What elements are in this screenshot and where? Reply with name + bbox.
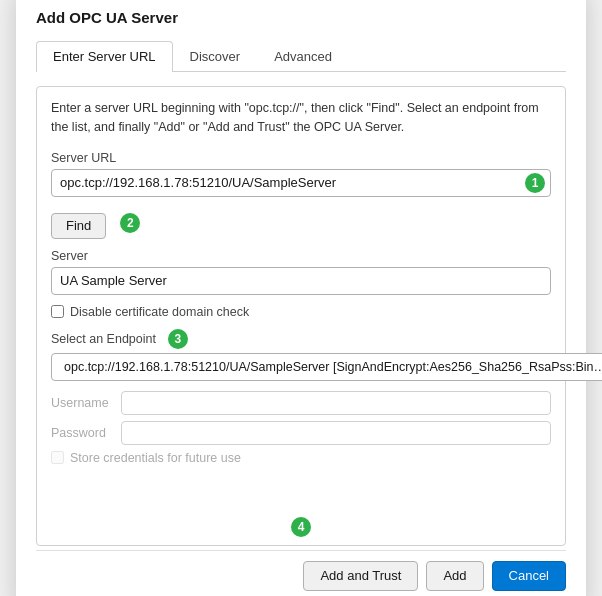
server-url-row: 1 — [51, 169, 551, 197]
username-input[interactable] — [121, 391, 551, 415]
badge-2: 2 — [120, 213, 140, 233]
password-row: Password — [51, 421, 551, 445]
badge-3: 3 — [168, 329, 188, 349]
disable-cert-checkbox[interactable] — [51, 305, 64, 318]
tab-discover[interactable]: Discover — [173, 41, 258, 72]
server-input[interactable] — [51, 267, 551, 295]
endpoint-select[interactable]: opc.tcp://192.168.1.78:51210/UA/SampleSe… — [51, 353, 602, 381]
server-url-input[interactable] — [51, 169, 551, 197]
dialog-title: Add OPC UA Server — [36, 9, 566, 26]
store-credentials-label: Store credentials for future use — [70, 451, 241, 465]
username-row: Username — [51, 391, 551, 415]
store-credentials-checkbox[interactable] — [51, 451, 64, 464]
spacer: 4 — [51, 465, 551, 545]
username-label: Username — [51, 396, 121, 410]
disable-cert-check-row: Disable certificate domain check — [51, 305, 551, 319]
tab-bar: Enter Server URL Discover Advanced — [36, 40, 566, 72]
tab-advanced[interactable]: Advanced — [257, 41, 349, 72]
add-button[interactable]: Add — [426, 561, 483, 591]
select-endpoint-label: Select an Endpoint — [51, 332, 156, 346]
server-group: Server — [51, 249, 551, 295]
store-credentials-row: Store credentials for future use — [51, 451, 551, 465]
password-input[interactable] — [121, 421, 551, 445]
description-text: Enter a server URL beginning with "opc.t… — [51, 99, 551, 137]
cancel-button[interactable]: Cancel — [492, 561, 566, 591]
add-and-trust-button[interactable]: Add and Trust — [303, 561, 418, 591]
disable-cert-label: Disable certificate domain check — [70, 305, 249, 319]
server-url-label: Server URL — [51, 151, 551, 165]
password-label: Password — [51, 426, 121, 440]
badge-4: 4 — [291, 517, 311, 537]
find-button[interactable]: Find — [51, 213, 106, 239]
add-opc-ua-dialog: Add OPC UA Server Enter Server URL Disco… — [16, 0, 586, 596]
endpoint-select-group: opc.tcp://192.168.1.78:51210/UA/SampleSe… — [51, 353, 551, 381]
dialog-footer: Add and Trust Add Cancel — [36, 550, 566, 591]
server-label: Server — [51, 249, 551, 263]
tab-enter-server-url[interactable]: Enter Server URL — [36, 41, 173, 72]
server-url-group: Server URL 1 — [51, 151, 551, 197]
tab-content: Enter a server URL beginning with "opc.t… — [36, 86, 566, 546]
select-endpoint-row: Select an Endpoint 3 — [51, 329, 551, 349]
